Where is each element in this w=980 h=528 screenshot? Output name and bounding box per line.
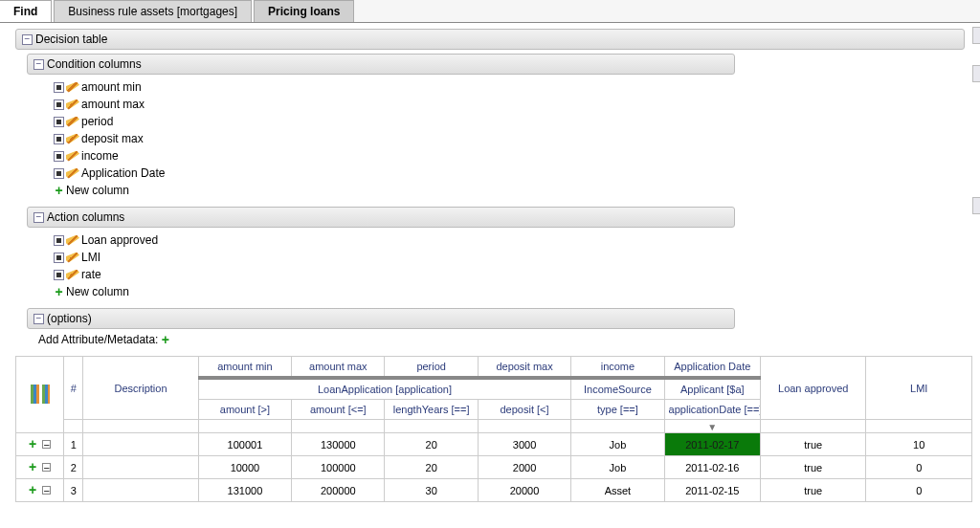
side-button-2[interactable] (972, 65, 980, 82)
col-income[interactable]: income (571, 357, 664, 379)
collapse-icon[interactable]: − (42, 440, 51, 449)
cell-amount-max[interactable]: 130000 (292, 433, 385, 456)
cell-amount-max[interactable]: 100000 (292, 456, 385, 479)
tab-business-rule-assets[interactable]: Business rule assets [mortgages] (54, 0, 252, 22)
col-description[interactable]: Description (83, 357, 198, 420)
cell-period[interactable]: 20 (385, 433, 478, 456)
tree-item-label: income (81, 149, 119, 163)
col-application-date[interactable]: Application Date (664, 357, 760, 379)
sub-amount-gt[interactable]: amount [>] (198, 400, 291, 420)
tree-bullet-icon (54, 117, 64, 127)
cell-deposit[interactable]: 2000 (478, 456, 570, 479)
cell-lmi[interactable]: 0 (866, 456, 972, 479)
row-controls[interactable]: + − (16, 456, 64, 479)
group-applicant[interactable]: Applicant [$a] (664, 378, 760, 400)
new-column-label: New column (66, 184, 129, 197)
col-loan-approved[interactable]: Loan approved (761, 357, 866, 420)
collapse-icon[interactable]: − (33, 59, 44, 70)
tree-item[interactable]: amount min (54, 78, 735, 96)
sub-type-eq[interactable]: type [==] (571, 400, 664, 420)
cell-lmi[interactable]: 10 (866, 433, 972, 456)
plus-icon[interactable]: + (29, 459, 36, 474)
collapse-icon[interactable]: − (33, 314, 44, 324)
cell-approved[interactable]: true (761, 433, 866, 456)
add-attribute-metadata[interactable]: Add Attribute/Metadata: + (38, 333, 980, 346)
cell-date[interactable]: 2011-02-16 (664, 456, 760, 479)
new-column-label: New column (66, 285, 129, 298)
new-column[interactable]: +New column (54, 283, 735, 300)
sort-indicator[interactable]: ▼ (664, 420, 760, 433)
collapse-icon[interactable]: − (42, 486, 51, 495)
panel-title: Decision table (35, 33, 107, 46)
tree-item[interactable]: Loan approved (54, 231, 735, 249)
tree-item[interactable]: amount max (54, 96, 735, 113)
cell-n: 1 (64, 433, 83, 456)
sub-length-years[interactable]: lengthYears [==] (385, 400, 478, 420)
plus-icon[interactable]: + (160, 335, 170, 345)
cell-amount-max[interactable]: 200000 (292, 479, 385, 502)
tree-item-label: LMI (81, 251, 100, 264)
tree-item[interactable]: rate (54, 266, 735, 283)
cell-period[interactable]: 30 (385, 479, 478, 502)
col-lmi[interactable]: LMI (866, 357, 972, 420)
cell-n: 2 (64, 456, 83, 479)
table-row[interactable]: + −31310002000003020000Asset2011-02-15tr… (16, 479, 972, 502)
sub-appdate-eq[interactable]: applicationDate [==] (664, 400, 760, 420)
tab-pricing-loans[interactable]: Pricing loans (254, 0, 354, 22)
panel-decision-table[interactable]: − Decision table (15, 29, 965, 50)
pencil-icon (66, 82, 79, 93)
cell-deposit[interactable]: 3000 (478, 433, 570, 456)
cell-approved[interactable]: true (761, 479, 866, 502)
cell-desc[interactable] (83, 479, 198, 502)
collapse-icon[interactable]: − (33, 212, 44, 223)
tree-bullet-icon (54, 253, 64, 263)
col-deposit-max[interactable]: deposit max (478, 357, 570, 379)
tab-find[interactable]: Find (0, 0, 52, 22)
group-loan-application[interactable]: LoanApplication [application] (198, 378, 571, 400)
collapse-icon[interactable]: − (42, 463, 51, 472)
tree-item[interactable]: income (54, 147, 735, 165)
settings-header[interactable] (16, 357, 64, 433)
row-controls[interactable]: + − (16, 433, 64, 456)
cell-amount-min[interactable]: 10000 (198, 456, 291, 479)
cell-desc[interactable] (83, 433, 198, 456)
side-button-3[interactable] (972, 197, 980, 214)
col-hash[interactable]: # (64, 357, 83, 420)
cell-approved[interactable]: true (761, 456, 866, 479)
cell-income[interactable]: Job (571, 456, 664, 479)
cell-amount-min[interactable]: 100001 (198, 433, 291, 456)
plus-icon[interactable]: + (29, 436, 36, 451)
cell-deposit[interactable]: 20000 (478, 479, 570, 502)
cell-period[interactable]: 20 (385, 456, 478, 479)
new-column[interactable]: +New column (54, 182, 735, 199)
sub-amount-lte[interactable]: amount [<=] (292, 400, 385, 420)
table-row[interactable]: + −210000100000202000Job2011-02-16true0 (16, 456, 972, 479)
cell-income[interactable]: Job (571, 433, 664, 456)
tree-item[interactable]: Application Date (54, 165, 735, 182)
sub-deposit-lt[interactable]: deposit [<] (478, 400, 570, 420)
group-income-source[interactable]: IncomeSource (571, 378, 664, 400)
tree-bullet-icon (54, 134, 64, 144)
table-row[interactable]: + −1100001130000203000Job2011-02-17true1… (16, 433, 972, 456)
collapse-icon[interactable]: − (22, 34, 33, 45)
col-amount-max[interactable]: amount max (292, 357, 385, 379)
row-controls[interactable]: + − (16, 479, 64, 502)
cell-date[interactable]: 2011-02-17 (664, 433, 760, 456)
tree-item[interactable]: period (54, 113, 735, 130)
plus-icon[interactable]: + (29, 482, 36, 497)
condition-items: amount min amount max period deposit max… (27, 75, 735, 203)
side-button-1[interactable] (972, 27, 980, 44)
cell-amount-min[interactable]: 131000 (198, 479, 291, 502)
cell-income[interactable]: Asset (571, 479, 664, 502)
panel-action-columns[interactable]: − Action columns (27, 207, 735, 228)
cell-lmi[interactable]: 0 (866, 479, 972, 502)
pencil-icon (66, 168, 79, 179)
col-period[interactable]: period (385, 357, 478, 379)
panel-condition-columns[interactable]: − Condition columns (27, 54, 735, 75)
panel-options[interactable]: − (options) (27, 308, 735, 329)
cell-desc[interactable] (83, 456, 198, 479)
tree-item[interactable]: deposit max (54, 130, 735, 147)
col-amount-min[interactable]: amount min (198, 357, 291, 379)
tree-item[interactable]: LMI (54, 249, 735, 266)
cell-date[interactable]: 2011-02-15 (664, 479, 760, 502)
